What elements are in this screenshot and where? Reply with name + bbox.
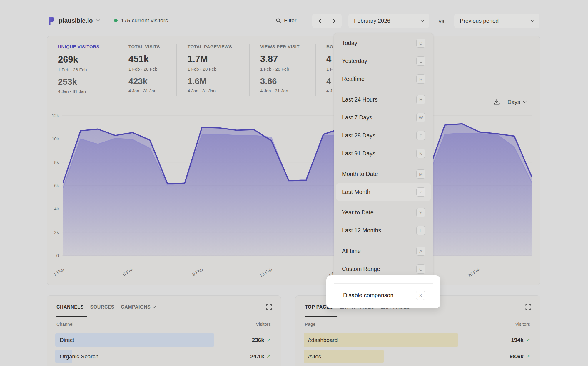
live-dot-icon [114,19,118,22]
tab-campaigns[interactable]: CAMPAIGNS [121,305,156,310]
date-range-label: February 2026 [354,18,390,24]
stat-period: 1 Feb - 28 Feb [58,67,99,72]
row-label[interactable]: /sites [308,350,321,363]
menu-item-yesterday[interactable]: Yesterday E [336,52,431,70]
divider [249,44,250,96]
stat-prev-period: 4 Jan - 31 Jan [260,88,300,93]
stat-value: 3.87 [260,54,300,64]
chevron-down-icon [153,306,156,308]
menu-item-last-24-hours[interactable]: Last 24 Hours H [336,91,431,109]
disable-comparison-spotlight: Disable comparison X [326,275,440,308]
table-row: Direct 236k ↗ [55,333,271,347]
menu-item-month-to-date[interactable]: Month to Date M [336,165,431,183]
shortcut-key: X [416,291,425,300]
stat-value: 4 [326,54,333,64]
filter-button[interactable]: Filter [276,14,296,28]
row-label[interactable]: /:dashboard [308,333,338,347]
menu-item-all-time[interactable]: All time A [336,242,431,260]
menu-item-last-91-days[interactable]: Last 91 Days N [336,144,431,162]
column-header-channel: Channel [56,322,74,327]
svg-text:4k: 4k [54,206,59,211]
shortcut-key: H [416,95,425,104]
divider [315,44,316,96]
next-period-button[interactable] [327,14,342,28]
menu-group: Month to Date M Last Month P [334,164,433,202]
channels-tabs: CHANNELS SOURCES CAMPAIGNS [56,305,156,310]
expand-icon[interactable] [266,304,272,310]
menu-item-last-28-days[interactable]: Last 28 Days F [336,127,431,144]
row-label[interactable]: Direct [60,333,74,347]
stat-prev-value: 4 [326,76,333,86]
menu-item-year-to-date[interactable]: Year to Date Y [336,204,431,222]
menu-item-last-month[interactable]: Last Month P [336,183,431,201]
divider [56,317,271,317]
shortcut-key: Y [416,208,425,217]
site-name: plausible.io [59,17,93,24]
svg-text:1 Feb: 1 Feb [53,267,65,277]
svg-text:5 Feb: 5 Feb [122,267,134,277]
current-visitors-label: 175 current visitors [121,17,168,24]
comparison-label: Previous period [460,18,499,24]
stat-period: 1 Feb - 28 Feb [128,66,160,71]
stat-prev-value: 423k [128,76,160,86]
trend-up-icon: ↗ [526,350,530,363]
column-header-visitors: Visitors [515,322,530,327]
date-range-selector[interactable]: February 2026 [348,14,429,28]
row-label[interactable]: Organic Search [60,350,98,363]
stat-prev-value: 253k [58,77,99,87]
svg-text:25 Feb: 25 Feb [467,267,481,278]
shortcut-key: A [416,247,425,256]
svg-text:10k: 10k [52,136,59,141]
table-row: Organic Search 24.1k ↗ [55,350,271,363]
channels-panel: CHANNELS SOURCES CAMPAIGNS Channel Visit… [47,296,281,366]
stat-period: 1 F [326,66,333,71]
period-nav [312,14,342,28]
chevron-right-icon [333,19,336,23]
stat-unique-visitors[interactable]: UNIQUE VISITORS 269k 1 Feb - 28 Feb 253k… [58,44,99,94]
shortcut-key: L [416,226,425,235]
menu-group: Year to Date Y Last 12 Months L [334,202,433,241]
menu-item-disable-comparison[interactable]: Disable comparison X [343,286,425,304]
visitors-area-chart[interactable]: 02k4k6k8k10k12k1 Feb5 Feb9 Feb13 Feb17 F… [47,99,540,284]
tab-sources[interactable]: SOURCES [90,305,115,310]
prev-period-button[interactable] [312,14,327,28]
tab-channels[interactable]: CHANNELS [56,305,84,310]
row-value: 98.6k ↗ [510,350,530,363]
menu-item-last-12-months[interactable]: Last 12 Months L [336,222,431,239]
expand-icon[interactable] [525,304,531,310]
divider [176,44,177,96]
stat-prev-value: 1.6M [188,76,232,86]
menu-item-last-7-days[interactable]: Last 7 Days W [336,109,431,127]
stat-value: 1.7M [188,54,232,64]
column-header-page: Page [305,322,315,327]
menu-item-today[interactable]: Today D [336,34,431,52]
menu-item-realtime[interactable]: Realtime R [336,70,431,88]
menu-group: Today D Yesterday E Realtime R [334,33,433,89]
shortcut-key: W [416,113,425,122]
divider [118,44,118,96]
main-chart-card: UNIQUE VISITORS 269k 1 Feb - 28 Feb 253k… [47,36,540,285]
stat-total-visits[interactable]: TOTAL VISITS 451k 1 Feb - 28 Feb 423k 4 … [128,44,160,93]
vs-label: vs. [439,18,446,24]
current-visitors[interactable]: 175 current visitors [114,14,168,28]
stat-prev-period: 4 Jan - 31 Jan [188,88,232,93]
svg-text:8k: 8k [54,160,59,165]
row-bar [55,333,214,347]
shortcut-key: R [416,74,425,84]
divider [305,317,531,317]
stat-prev-period: 4 Jan - 31 Jan [128,88,160,93]
column-header-visitors: Visitors [256,322,271,327]
svg-text:6k: 6k [54,183,59,188]
trend-up-icon: ↗ [267,333,271,347]
chart-series [63,124,532,256]
site-switcher[interactable]: plausible.io [48,14,100,28]
stat-prev-value: 3.86 [260,76,300,86]
stat-bounce-rate[interactable]: BO 4 1 F 4 4 J [326,44,333,93]
stat-total-pageviews[interactable]: TOTAL PAGEVIEWS 1.7M 1 Feb - 28 Feb 1.6M… [188,44,232,93]
date-range-menu: Today D Yesterday E Realtime R Last 24 H… [334,33,433,282]
comparison-selector[interactable]: Previous period [454,14,539,28]
row-value: 236k ↗ [252,333,271,347]
table-header: Channel Visitors [56,322,271,327]
stat-views-per-visit[interactable]: VIEWS PER VISIT 3.87 1 Feb - 28 Feb 3.86… [260,44,300,93]
trend-up-icon: ↗ [267,350,271,363]
